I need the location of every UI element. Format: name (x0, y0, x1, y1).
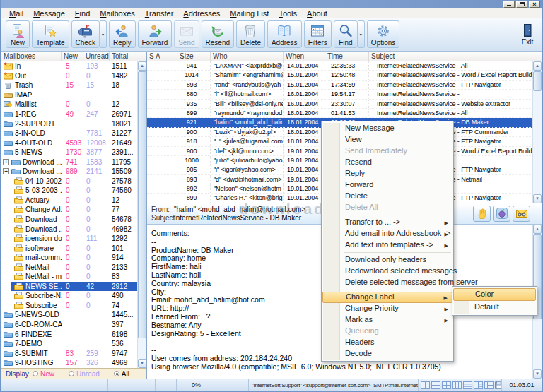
menu-item-add-email-into-addressbook[interactable]: Add email into Addressbook ->▶ (322, 228, 452, 239)
scroll-down-icon[interactable]: ▼ (533, 194, 542, 203)
menu-item-transfer-to[interactable]: Transfer to ... ->▶ (322, 217, 452, 228)
scroll-thumb[interactable] (533, 71, 542, 91)
scroll-down-icon[interactable]: ▼ (533, 369, 542, 379)
display-option-new[interactable]: New (33, 370, 54, 378)
mailbox-row-7-demo[interactable]: 7-DEMO536 (1, 339, 137, 349)
expand-icon[interactable]: + (3, 159, 9, 165)
column-size[interactable]: Size (177, 52, 211, 61)
layout-icon-3[interactable] (442, 381, 451, 389)
toolbar-button-template[interactable]: Template (32, 20, 69, 48)
message-row[interactable]: 1014"Shamim" <engrshamim@15.01.200412:50… (147, 71, 532, 80)
menu-item-resend[interactable]: Resend (322, 157, 452, 168)
mailbox-row-5-03-2003[interactable]: 5-03-2003-...0074560 (1, 186, 137, 196)
mailbox-row-download[interactable]: Download ...0046982 (1, 224, 137, 234)
mailbox-row-out[interactable]: Out001482 (1, 71, 137, 81)
save-icon[interactable] (495, 381, 502, 389)
menu-item-add-text-into-templates[interactable]: Add text into templates ->▶ (322, 239, 452, 251)
toolbar-dropdown-check[interactable]: ▾ (100, 20, 107, 48)
sidebar-scrollbar[interactable]: ▲ ▼ (137, 61, 146, 368)
plum-button[interactable] (493, 206, 510, 222)
menu-item-new-message[interactable]: New Message (322, 123, 452, 134)
toolbar-button-resend[interactable]: Resend (202, 20, 234, 48)
message-row[interactable]: 893"rand" <randybutis@yah15.01.200417:34… (147, 81, 532, 90)
menu-item-delete-selected-messages-from-server[interactable]: Delete selected messages from server (322, 277, 452, 288)
mailbox-row-actuary[interactable]: Actuary0012 (1, 196, 137, 206)
toolbar-button-check[interactable]: Check (71, 20, 100, 48)
column-time[interactable]: Time (325, 52, 369, 61)
mailbox-row-6-findexe[interactable]: 6-FINDEXE6198 (1, 329, 137, 339)
scroll-up-icon[interactable]: ▲ (138, 61, 146, 71)
mailbox-row-04-10-2002[interactable]: 04-10-2002...0027578 (1, 177, 137, 186)
mailbox-row-1-reg[interactable]: 1-REG4924726971 (1, 109, 137, 119)
mailbox-row-subcribe-n[interactable]: Subcribe-N...00490 (1, 291, 137, 301)
menu-message[interactable]: Message (28, 9, 70, 18)
mailbox-row-mail-comm[interactable]: mail-comm...00914 (1, 253, 137, 263)
menu-about[interactable]: About (302, 9, 332, 18)
toolbar-button-address[interactable]: Address (267, 20, 302, 48)
toolbar-button-new[interactable]: New (6, 20, 30, 48)
menu-addresses[interactable]: Addresses (178, 9, 225, 18)
mailbox-row-download[interactable]: Download -...0054678 (1, 215, 137, 225)
scroll-thumb[interactable] (138, 71, 146, 338)
menu-mail[interactable]: Mail (4, 9, 28, 18)
menu-item-delete[interactable]: Delete (322, 191, 452, 202)
expand-icon[interactable]: + (3, 168, 9, 174)
message-row[interactable]: 941"LAXMAN" <laxprddxb@14.01.200422:35:3… (147, 61, 532, 71)
display-option-all[interactable]: All (114, 370, 129, 378)
mailbox-row-2-support[interactable]: 2-SUPPORT18021 (1, 119, 137, 129)
minimize-button[interactable] (503, 1, 515, 8)
toolbar-button-options[interactable]: Options (367, 20, 399, 48)
toolbar-button-filters[interactable]: Filters (304, 20, 332, 48)
layout-icon-6[interactable] (474, 381, 483, 389)
toolbar-button-find[interactable]: Find (334, 20, 358, 48)
mailbox-row-3-in-old[interactable]: 3-IN-OLD778131227 (1, 129, 137, 138)
mailbox-row-isoftware[interactable]: isoftware00101 (1, 243, 137, 253)
toolbar-button-exit[interactable]: Exit (520, 22, 535, 46)
menu-find[interactable]: Find (70, 9, 95, 18)
column-mailboxes[interactable]: Mailboxes (1, 52, 62, 61)
display-option-unread[interactable]: Unread (69, 370, 100, 378)
menu-item-headers[interactable]: Headers (322, 337, 452, 348)
close-button[interactable]: × (529, 1, 540, 8)
menu-mailing-list[interactable]: Mailing List (225, 9, 274, 18)
column-who[interactable]: Who (211, 52, 284, 61)
mailbox-row-4-out-old[interactable]: 4-OUT-OLD45931200821649 (1, 138, 137, 148)
scroll-down-icon[interactable]: ▼ (138, 359, 146, 368)
message-list-scrollbar[interactable]: ▲ ▼ (532, 61, 542, 203)
hand-pointer-button[interactable] (473, 206, 491, 222)
toolbar-button-reply[interactable]: Reply (109, 20, 136, 48)
layout-icon-5[interactable] (463, 381, 472, 389)
mailbox-row-ipension-do[interactable]: ipension-do...01111292 (1, 234, 137, 244)
menu-mailboxes[interactable]: Mailboxes (95, 9, 140, 18)
column-when[interactable]: When (284, 52, 325, 61)
scroll-up-icon[interactable]: ▲ (533, 61, 542, 71)
message-row[interactable]: 935"Bill" <billsey@dsl-only.ne16.01.2004… (147, 100, 532, 109)
mailbox-row-subscribe[interactable]: Subscribe0074 (1, 301, 137, 311)
layout-icon-1[interactable] (421, 381, 430, 389)
mailbox-row-imap[interactable]: IMAP (1, 90, 137, 100)
menu-item-forward[interactable]: Forward (322, 179, 452, 191)
layout-icon-7[interactable] (484, 381, 494, 389)
menu-item-change-label[interactable]: Change Label▶ (322, 292, 452, 303)
toolbar-dropdown-find[interactable]: ▾ (358, 20, 365, 48)
menu-item-mark-as[interactable]: Mark as▶ (322, 314, 452, 326)
menu-transfer[interactable]: Transfer (140, 9, 179, 18)
menu-item-reply[interactable]: Reply (322, 168, 452, 179)
menu-tools[interactable]: Tools (274, 9, 302, 18)
mailbox-row-trash[interactable]: Trash151518 (1, 81, 137, 90)
column-total[interactable]: Toltal (110, 52, 146, 61)
menu-item-decode[interactable]: Decode (322, 348, 452, 360)
layout-icon-4[interactable] (452, 381, 462, 389)
message-row[interactable]: 899"raymundo" <raymundod18.01.200401:41:… (147, 109, 532, 118)
column-subject[interactable]: Subject (369, 52, 542, 61)
mailbox-row-download[interactable]: +Download ...989214115509 (1, 167, 137, 177)
scroll-up-icon[interactable]: ▲ (533, 225, 542, 234)
envelope-glasses-button[interactable] (513, 206, 530, 222)
mailbox-row-5-news[interactable]: 5-NEWS173038772391... (1, 148, 137, 158)
toolbar-button-forward[interactable]: Forward (138, 20, 173, 48)
mailbox-row-download[interactable]: +Download ...741158311795 (1, 157, 137, 167)
mailbox-row-9-hosting[interactable]: 9-HOSTING1573264969 (1, 358, 137, 368)
menu-item-download-only-headers[interactable]: Download only headers (322, 254, 452, 266)
mailbox-row-netmail-m[interactable]: NetMail - m...0083 (1, 272, 137, 282)
menu-item-default[interactable]: Default (453, 301, 536, 314)
